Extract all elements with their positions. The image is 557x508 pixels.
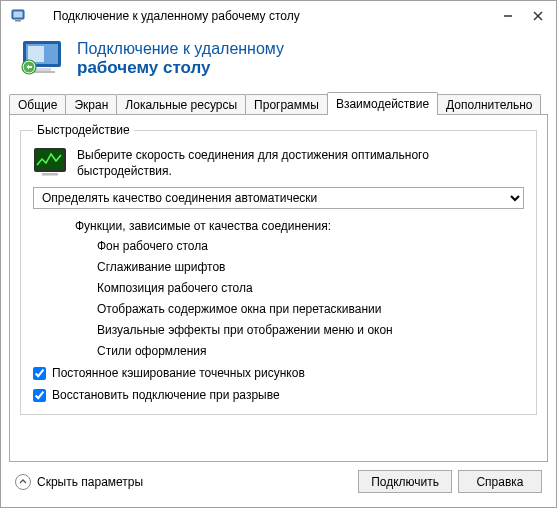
- connection-speed-combo[interactable]: Определять качество соединения автоматич…: [33, 187, 524, 209]
- feature-item: Композиция рабочего стола: [97, 281, 524, 295]
- header-line2: рабочему столу: [77, 58, 210, 77]
- hide-options-label: Скрыть параметры: [37, 475, 143, 489]
- tab-advanced[interactable]: Дополнительно: [437, 94, 541, 115]
- tab-experience[interactable]: Взаимодействие: [327, 92, 438, 115]
- reconnect-label: Восстановить подключение при разрыве: [52, 388, 280, 402]
- tab-programs[interactable]: Программы: [245, 94, 328, 115]
- feature-item: Фон рабочего стола: [97, 239, 524, 253]
- tab-general[interactable]: Общие: [9, 94, 66, 115]
- svg-rect-15: [42, 173, 58, 176]
- features-label: Функции, зависимые от качества соединени…: [75, 219, 524, 233]
- hide-options-toggle[interactable]: Скрыть параметры: [15, 474, 143, 490]
- cache-bitmaps-row[interactable]: Постоянное кэширование точечных рисунков: [33, 366, 524, 380]
- window-title: Подключение к удаленному рабочему столу: [29, 9, 492, 23]
- instruction-row: Выберите скорость соединения для достиже…: [33, 147, 524, 179]
- performance-group: Быстродействие Выберите скорость соедине…: [20, 123, 537, 415]
- tab-panel-experience: Быстродействие Выберите скорость соедине…: [9, 114, 548, 462]
- connect-button[interactable]: Подключить: [358, 470, 452, 493]
- rdc-logo-icon: [19, 39, 67, 79]
- reconnect-row[interactable]: Восстановить подключение при разрыве: [33, 388, 524, 402]
- features-list: Фон рабочего стола Сглаживание шрифтов К…: [97, 239, 524, 358]
- feature-item: Стили оформления: [97, 344, 524, 358]
- tab-local-resources[interactable]: Локальные ресурсы: [116, 94, 246, 115]
- header: Подключение к удаленному рабочему столу: [1, 31, 556, 85]
- rdc-window: Подключение к удаленному рабочему столу: [0, 0, 557, 508]
- bottom-bar: Скрыть параметры Подключить Справка: [1, 462, 556, 507]
- svg-rect-2: [15, 20, 21, 22]
- performance-legend: Быстродействие: [33, 123, 134, 137]
- minimize-button[interactable]: [494, 6, 522, 26]
- svg-rect-1: [14, 12, 23, 18]
- titlebar: Подключение к удаленному рабочему столу: [1, 1, 556, 31]
- cache-bitmaps-checkbox[interactable]: [33, 367, 46, 380]
- instruction-text: Выберите скорость соединения для достиже…: [77, 147, 524, 179]
- chevron-up-icon: [15, 474, 31, 490]
- tab-display[interactable]: Экран: [65, 94, 117, 115]
- tabstrip: Общие Экран Локальные ресурсы Программы …: [1, 91, 556, 115]
- header-line1: Подключение к удаленному: [77, 40, 284, 57]
- feature-item: Отображать содержимое окна при перетаски…: [97, 302, 524, 316]
- app-icon: [9, 6, 29, 26]
- feature-item: Визуальные эффекты при отображении меню …: [97, 323, 524, 337]
- feature-item: Сглаживание шрифтов: [97, 260, 524, 274]
- reconnect-checkbox[interactable]: [33, 389, 46, 402]
- help-button[interactable]: Справка: [458, 470, 542, 493]
- performance-icon: [33, 147, 67, 177]
- cache-bitmaps-label: Постоянное кэширование точечных рисунков: [52, 366, 305, 380]
- header-title: Подключение к удаленному рабочему столу: [77, 39, 284, 79]
- close-button[interactable]: [524, 6, 552, 26]
